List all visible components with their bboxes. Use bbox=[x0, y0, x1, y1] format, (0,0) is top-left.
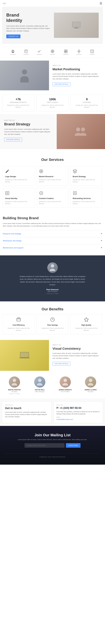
service-desc-4: Sample text. Click to select the Text El… bbox=[39, 200, 66, 205]
newsletter-section: Join Our Mailing List Lorem ipsum dolor … bbox=[0, 426, 105, 465]
benefit-desc-1: Sample text. Click to select the Text El… bbox=[39, 327, 66, 332]
stat-label-0: Worldwide projects bbox=[4, 102, 32, 103]
benefits-title: Our Benefits bbox=[3, 307, 102, 311]
service-card-1: Market Research Sample text. Click to se… bbox=[37, 166, 68, 186]
subscribe-button[interactable]: SUBSCRIBE bbox=[66, 443, 81, 448]
service-icon-3 bbox=[5, 191, 32, 196]
accordion-item-2[interactable]: Maintenance and support + bbox=[3, 244, 102, 251]
icon-circle-0 bbox=[11, 49, 15, 53]
team-photo-2 bbox=[60, 376, 71, 388]
accordion-item-1[interactable]: Wireframes and design + bbox=[3, 237, 102, 244]
svg-rect-38 bbox=[20, 352, 29, 357]
newsletter-form: SUBSCRIBE bbox=[24, 443, 81, 448]
team-photo-1 bbox=[34, 376, 45, 388]
stat-desc-2: Sample text. Click to select the Text El… bbox=[73, 104, 101, 108]
service-title-1: Market Research bbox=[39, 176, 66, 178]
service-icon-2 bbox=[73, 169, 100, 174]
consistency-description: Lorem ipsum dolor sit amet, consectetur … bbox=[52, 352, 102, 360]
icon-label-5: CONTENT bbox=[76, 54, 82, 55]
testimonial-role: Web President bbox=[4, 290, 101, 292]
email-address: example@example.com bbox=[57, 418, 100, 420]
team-name-0: BERTIE NORTON bbox=[3, 389, 26, 390]
icon-label-4: CONTENT bbox=[63, 54, 68, 55]
benefits-grid: Cost Efficiency Sample text. Click to se… bbox=[3, 314, 102, 334]
icon-item-1[interactable]: CONTENT bbox=[23, 49, 29, 55]
icon-item-4[interactable]: CONTENT bbox=[63, 49, 68, 55]
hero-title: Brand Identity bbox=[6, 12, 51, 23]
svg-rect-2 bbox=[75, 27, 78, 28]
service-icon-5 bbox=[73, 191, 100, 196]
testimonial-source: Image from Freepik bbox=[4, 293, 101, 294]
icon-item-6[interactable]: CONTENT bbox=[90, 49, 95, 55]
call-us-card: CALL US P: +1 (324) 987-56-54 If you hav… bbox=[54, 402, 103, 423]
svg-rect-15 bbox=[64, 52, 66, 53]
svg-rect-39 bbox=[19, 358, 29, 358]
about-cta-button[interactable]: EXPLORE DETAILS bbox=[52, 82, 70, 86]
stat-number-0: +7k bbox=[4, 98, 32, 101]
consistency-title: Visual Consistency bbox=[52, 347, 102, 350]
accordion-icon-2: + bbox=[101, 246, 102, 249]
accordion-item-0[interactable]: Research and strategy + bbox=[3, 230, 102, 237]
about-section: ABOUT US Market Positioning Lorem ipsum … bbox=[0, 60, 105, 90]
icon-label-3: COMPANY bbox=[50, 54, 55, 55]
strategy-title: Brand Strategy bbox=[4, 122, 52, 126]
about-label: ABOUT US bbox=[52, 65, 102, 66]
contact-section: CONTACTS Get in touch Lorem ipsum dolor … bbox=[0, 398, 105, 426]
svg-rect-16 bbox=[66, 52, 67, 53]
consistency-cta-button[interactable]: EXPLORE DETAILS bbox=[52, 362, 70, 366]
svg-point-22 bbox=[76, 128, 80, 132]
building-description: Lorem ipsum dolor sit amet, consectetur … bbox=[3, 222, 102, 227]
testimonial-name: Paul Swanson bbox=[4, 288, 101, 290]
about-description: Lorem ipsum dolor sit amet, consectetur … bbox=[52, 73, 102, 80]
team-grid: BERTIE NORTON Secretary Image from Freep… bbox=[3, 376, 102, 394]
newsletter-input[interactable] bbox=[24, 443, 65, 448]
about-person-icon bbox=[19, 68, 30, 82]
benefit-title-1: Time Savings bbox=[39, 324, 66, 326]
call-us-desc: If you have any questions, comments or i… bbox=[57, 411, 100, 415]
service-card-5: Rebranding Services Sample text. Click t… bbox=[70, 188, 102, 208]
testimonial-photo bbox=[47, 262, 58, 273]
accordion-icon-0: + bbox=[101, 232, 102, 235]
benefit-desc-0: Sample text. Click to select the Text El… bbox=[5, 327, 32, 332]
svg-rect-13 bbox=[64, 50, 66, 51]
team-section: BERTIE NORTON Secretary Image from Freep… bbox=[0, 374, 105, 398]
nav-menu-icon[interactable]: ☰ bbox=[100, 2, 102, 5]
svg-point-5 bbox=[12, 50, 13, 51]
icon-item-2[interactable]: CONTENT bbox=[37, 49, 42, 55]
about-image bbox=[0, 60, 49, 90]
team-role-3: Secretary bbox=[79, 391, 102, 392]
service-desc-1: Sample text. Click to select the Text El… bbox=[39, 179, 66, 183]
benefit-card-2: High Quality Sample text. Click to selec… bbox=[70, 314, 102, 334]
hero-image-icon bbox=[71, 21, 82, 30]
team-card-2: JENNIE ROBERTS Vice President bbox=[54, 376, 77, 394]
team-role-1: Office Manager bbox=[28, 391, 51, 392]
benefit-desc-2: Sample text. Click to select the Text El… bbox=[73, 327, 100, 332]
service-card-2: Brand Strategy Sample text. Click to sel… bbox=[70, 166, 102, 186]
team-name-1: HATTIE BALL bbox=[28, 389, 51, 390]
svg-rect-3 bbox=[74, 28, 79, 28]
team-name-3: JENNIE CLARKE bbox=[79, 389, 102, 390]
team-card-3: JENNIE CLARKE Secretary bbox=[79, 376, 102, 394]
hero-cta-button[interactable]: CONTACT US bbox=[6, 34, 20, 38]
visual-consistency-section: ABOUT US Visual Consistency Lorem ipsum … bbox=[0, 340, 105, 371]
service-desc-2: Sample text. Click to select the Text El… bbox=[73, 179, 100, 183]
testimonial-text: Veritatem putamus id. Lorem Regula ipsum… bbox=[19, 275, 86, 286]
stat-label-1: Happy clients bbox=[39, 102, 66, 103]
svg-point-43 bbox=[89, 379, 92, 382]
icon-item-5[interactable]: CONTENT bbox=[76, 49, 82, 55]
consistency-content: ABOUT US Visual Consistency Lorem ipsum … bbox=[49, 340, 105, 371]
svg-point-28 bbox=[6, 192, 8, 194]
hero-image bbox=[54, 12, 99, 38]
stats-row: +7k Worldwide projects Sample text. Clic… bbox=[0, 93, 105, 114]
strategy-cta-button[interactable]: EXPLORE DETAILS bbox=[4, 138, 22, 142]
nav-logo: logo bbox=[3, 2, 6, 4]
strategy-section: WHAT WE DO Brand Strategy Lorem ipsum do… bbox=[0, 114, 105, 149]
about-content: ABOUT US Market Positioning Lorem ipsum … bbox=[49, 60, 105, 90]
call-us-label: CALL US bbox=[57, 404, 100, 406]
svg-marker-36 bbox=[84, 318, 89, 322]
icon-item-3[interactable]: COMPANY bbox=[50, 49, 55, 55]
consistency-image bbox=[0, 340, 49, 371]
services-section: Our Services Logo Design Sample text. Cl… bbox=[0, 152, 105, 213]
benefits-section: Our Benefits Cost Efficiency Sample text… bbox=[0, 302, 105, 340]
icon-item-0[interactable]: CONTENT bbox=[10, 49, 16, 55]
